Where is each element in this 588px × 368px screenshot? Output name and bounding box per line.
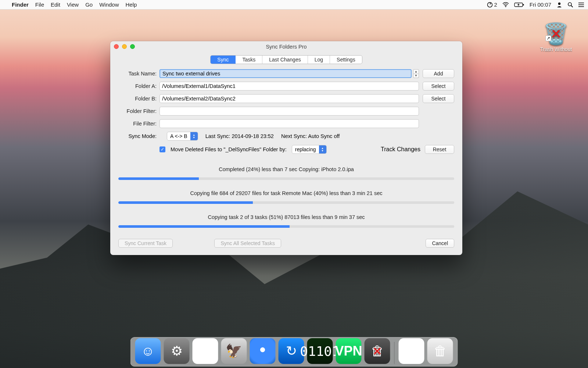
dock-finder-icon[interactable]: ☺ [135,338,161,364]
progress-2-fill [118,201,253,204]
dock-pictures-icon[interactable]: 🖼 [399,338,424,364]
move-deleted-checkbox[interactable]: ✓ [159,146,165,152]
progress-1-text: Completed (24%) less than 7 sec Copying:… [118,166,454,172]
svg-point-10 [578,2,579,3]
alias-arrow-icon: ↗ [545,35,551,41]
menu-window[interactable]: Window [99,1,119,8]
spotlight-icon[interactable] [567,2,573,8]
user-icon[interactable] [556,2,562,8]
progress-2-bar [118,201,454,204]
svg-rect-3 [523,4,524,6]
window-close-button[interactable] [114,44,119,49]
titlebar[interactable]: Sync Folders Pro [110,41,462,52]
track-changes-label: Track Changes [381,146,420,153]
task-name-label: Task Name: [118,71,159,77]
dock-calendar-icon[interactable]: 30 [193,338,218,364]
task-name-input[interactable] [159,69,412,78]
folder-filter-input[interactable] [159,107,419,116]
file-filter-label: File Filter: [118,121,159,127]
window-minimize-button[interactable] [122,44,127,49]
progress-3-bar [118,225,454,228]
sync-folders-pro-window: Sync Folders Pro Sync Tasks Last Changes… [110,41,462,255]
folder-b-label: Folder B: [118,96,159,102]
sync-current-task-button[interactable]: Sync Current Task [118,239,173,248]
folder-a-select-button[interactable]: Select [423,82,454,91]
progress-2-text: Copying file 684 of 29207 files for task… [118,190,454,196]
svg-point-4 [558,2,560,4]
menu-view[interactable]: View [67,1,79,8]
menu-edit[interactable]: Edit [51,1,60,8]
menubar: Finder File Edit View Go Window Help 2 F… [0,0,588,10]
progress-3-fill [118,225,290,228]
desktop-icon-label: Trash Without [536,46,576,52]
dock-mail-icon[interactable]: 🦅 [221,338,247,364]
menu-go[interactable]: Go [85,1,93,8]
chevron-up-icon: ▲ [321,147,324,149]
dock-vpn-icon[interactable]: VPN [336,338,362,364]
replace-mode-value: replacing [292,146,319,152]
chevron-down-icon: ▼ [321,149,324,152]
tab-last-changes[interactable]: Last Changes [262,56,308,64]
battery-icon[interactable] [514,2,524,7]
svg-point-11 [578,4,579,5]
menubar-app-name[interactable]: Finder [12,1,29,8]
sync-mode-select[interactable]: A <-> B ▲▼ [167,132,198,141]
svg-point-1 [505,6,506,7]
menu-file[interactable]: File [35,1,44,8]
window-title: Sync Folders Pro [266,44,306,50]
wifi-icon[interactable] [502,2,509,7]
move-deleted-label: Move Deleted Files to "_DelSyncFiles" Fo… [171,146,287,152]
chevron-up-icon: ▲ [193,134,195,136]
next-sync-text: Next Sync: Auto Sync off [281,133,340,139]
progress-1-bar [118,177,454,180]
dock-settings-icon[interactable]: ⚙ [164,338,190,364]
sync-all-tasks-button[interactable]: Sync All Selected Tasks [214,239,281,248]
progress-3-text: Copying task 2 of 3 tasks (51%) 87013 fi… [118,214,454,220]
tab-settings[interactable]: Settings [330,56,362,64]
folder-a-input[interactable] [159,82,419,91]
last-sync-text: Last Sync: 2014-09-18 23:52 [205,133,274,139]
add-button[interactable]: Add [423,69,454,78]
dock-separator [394,342,395,364]
dock: ☺ ⚙ 30 🦅 ↻ 01101 VPN 🗑 🖼 🗑 [130,337,458,367]
tab-sync[interactable]: Sync [211,56,236,64]
folder-b-input[interactable] [159,94,419,103]
svg-point-12 [578,6,579,7]
folder-b-select-button[interactable]: Select [423,94,454,103]
chevron-up-icon: ▲ [413,69,419,74]
notification-center-icon[interactable] [578,2,584,7]
progress-1-fill [118,177,199,180]
window-zoom-button[interactable] [130,44,135,49]
dock-360-icon[interactable]: 01101 [307,338,333,364]
sync-mode-label: Sync Mode: [118,133,159,139]
folder-a-label: Folder A: [118,83,159,89]
folder-filter-label: Folder Filter: [118,108,159,114]
chevron-down-icon: ▼ [193,136,195,139]
tab-tasks[interactable]: Tasks [236,56,262,64]
dock-trashx-icon[interactable]: 🗑 [365,338,390,364]
refresh-icon [487,2,493,8]
sync-status-icon[interactable]: 2 [487,1,497,8]
sync-badge: 2 [494,1,497,8]
task-stepper[interactable]: ▲ ▼ [413,69,419,78]
desktop-icon-trash-without[interactable]: 🗑️✕ ↗ Trash Without [536,24,576,52]
chevron-down-icon: ▼ [413,74,419,78]
menubar-clock[interactable]: Fri 00:07 [530,1,551,8]
tab-log[interactable]: Log [308,56,330,64]
sync-mode-value: A <-> B [167,133,190,139]
replace-mode-select[interactable]: replacing ▲▼ [292,145,327,154]
cancel-button[interactable]: Cancel [426,239,454,248]
svg-line-6 [571,6,573,7]
main-tabs: Sync Tasks Last Changes Log Settings [210,55,362,64]
dock-safari-icon[interactable] [250,338,276,364]
svg-point-5 [568,3,571,6]
dock-trash-icon[interactable]: 🗑 [427,338,453,364]
file-filter-input[interactable] [159,119,419,128]
reset-button[interactable]: Reset [425,145,454,154]
menu-help[interactable]: Help [126,1,137,8]
